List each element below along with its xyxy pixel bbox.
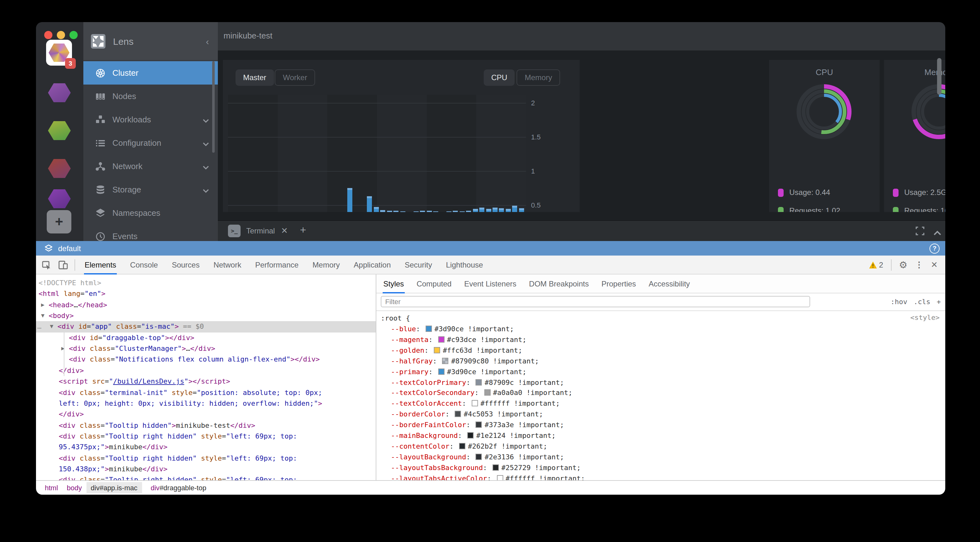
toggle-classes-button[interactable]: .cls [914,298,931,306]
dom-tree-row[interactable]: <div class="terminal-init" style="positi… [36,387,376,398]
color-swatch[interactable] [472,400,478,407]
color-swatch[interactable] [455,411,461,417]
cluster-icon[interactable] [48,188,71,209]
styles-filter-input[interactable]: Filter [381,296,810,307]
help-icon[interactable]: ? [929,243,940,254]
css-property-row[interactable]: --textColorAccent: #ffffff !important; [376,399,945,410]
metric-tab-cpu[interactable]: CPU [484,70,515,86]
dom-tree-row[interactable]: left: 0px; height: 0px; visibility: hidd… [36,398,376,409]
cluster-icon[interactable] [48,120,71,141]
color-swatch[interactable] [442,357,449,364]
sidebar-item-workloads[interactable]: Workloads [83,108,218,131]
dom-tree-row[interactable]: <div class="Tooltip hidden">minikube-tes… [36,420,376,431]
color-swatch[interactable] [467,432,474,439]
expanded-arrow-icon[interactable]: ▼ [50,322,53,333]
cluster-icon[interactable] [48,158,71,179]
devtools-tab-elements[interactable]: Elements [84,255,117,274]
dom-tree-row[interactable]: ▶<div class="ClusterManager">…</div> [36,343,376,354]
traffic-light-close[interactable] [44,31,52,39]
styles-tab-event-listeners[interactable]: Event Listeners [463,274,517,293]
dom-tree-row[interactable]: </div> [36,409,376,420]
devtools-tab-performance[interactable]: Performance [255,255,299,274]
traffic-light-zoom[interactable] [70,31,78,39]
css-property-row[interactable]: --contentColor: #262b2f !important; [376,442,945,452]
dom-tree-row[interactable]: <div class="Tooltip right hidden" style=… [36,453,376,464]
breadcrumb-item[interactable]: body [67,484,82,491]
css-property-row[interactable]: --mainBackground: #1e2124 !important; [376,431,945,442]
dom-tree-row[interactable]: </div> [36,365,376,376]
toggle-hover-state-button[interactable]: :hov [891,298,907,306]
devtools-tab-sources[interactable]: Sources [171,255,200,274]
close-devtools-icon[interactable]: ✕ [931,260,938,269]
color-swatch[interactable] [459,443,465,449]
device-toolbar-icon[interactable] [58,260,68,270]
color-swatch[interactable] [438,368,444,374]
css-property-row[interactable]: --layoutTabsBackground: #252729 !importa… [376,463,945,474]
terminal-collapse-icon[interactable] [933,227,942,239]
dom-tree-row[interactable]: 150.438px;">minikube</div> [36,464,376,475]
sidebar-item-network[interactable]: Network [83,155,218,178]
styles-tab-dom-breakpoints[interactable]: DOM Breakpoints [528,274,589,293]
terminal-close-icon[interactable]: ✕ [281,226,288,235]
css-property-row[interactable]: --layoutBackground: #2e3136 !important; [376,452,945,463]
color-swatch[interactable] [426,326,432,332]
sidebar-item-cluster[interactable]: Cluster [83,61,218,84]
styles-tab-accessibility[interactable]: Accessibility [648,274,690,293]
color-swatch[interactable] [476,422,482,428]
color-swatch[interactable] [476,379,482,385]
dom-tree-row[interactable]: <div class="Tooltip right hidden" style=… [36,431,376,442]
dom-tree-row[interactable]: <html lang="en"> [36,288,376,300]
dom-tree-row[interactable]: <div id="draggable-top"></div> [36,333,376,344]
more-options-icon[interactable]: ⋮ [915,260,923,269]
css-property-row[interactable]: --borderColor: #4c5053 !important; [376,409,945,420]
color-swatch[interactable] [434,347,440,353]
dom-tree-row[interactable]: ▶<head>…</head> [36,300,376,311]
cluster-icon[interactable]: 3 [46,40,72,66]
css-property-row[interactable]: --golden: #ffc63d !important; [376,346,945,357]
terminal-tab[interactable]: Terminal [246,227,275,235]
color-swatch[interactable] [496,475,503,480]
devtools-tab-application[interactable]: Application [353,255,391,274]
styles-tab-properties[interactable]: Properties [601,274,636,293]
sidebar-item-configuration[interactable]: Configuration [83,131,218,155]
dom-tree-row[interactable]: ▼<body> [36,311,376,322]
devtools-tab-security[interactable]: Security [404,255,433,274]
css-property-row[interactable]: --halfGray: #87909c80 !important; [376,356,945,367]
css-property-row[interactable]: --layoutTabsActiveColor: #ffffff !import… [376,474,945,480]
css-property-row[interactable]: --magenta: #c93dce !important; [376,335,945,346]
styles-tab-styles[interactable]: Styles [383,274,404,293]
color-swatch[interactable] [438,336,444,342]
color-swatch[interactable] [476,454,482,460]
sidebar-scrollbar[interactable] [212,61,215,153]
add-cluster-button[interactable]: + [47,210,72,233]
terminal-expand-icon[interactable] [916,227,924,238]
traffic-light-minimize[interactable] [57,31,65,39]
cluster-icon[interactable] [48,82,71,103]
devtools-tab-lighthouse[interactable]: Lighthouse [445,255,484,274]
css-property-row[interactable]: --blue: #3d90ce !important; [376,324,945,335]
inspect-element-icon[interactable] [42,260,52,270]
breadcrumb-item[interactable]: div#app.is-mac [86,482,142,493]
warning-badge[interactable]: 2 [869,260,883,269]
overview-scrollbar[interactable] [937,58,942,95]
dom-tree-row[interactable]: <!DOCTYPE html> [36,277,376,288]
dom-tree-row[interactable]: 95.4375px;">minikube</div> [36,442,376,453]
node-tab-worker[interactable]: Worker [275,70,315,86]
css-property-row[interactable]: --primary: #3d90ce !important; [376,367,945,378]
devtools-tab-network[interactable]: Network [213,255,242,274]
css-property-row[interactable]: --borderFaintColor: #373a3e !important; [376,420,945,431]
breadcrumb-item[interactable]: html [45,484,58,491]
sidebar-item-namespaces[interactable]: Namespaces [83,201,218,225]
color-swatch[interactable] [484,390,490,396]
sidebar-item-nodes[interactable]: Nodes [83,84,218,108]
css-property-row[interactable]: --textColorSecondary: #a0a0a0 !important… [376,388,945,399]
expanded-arrow-icon[interactable]: ▼ [41,311,45,322]
sidebar-collapse-button[interactable]: ‹ [206,36,209,46]
dom-tree-row[interactable]: <script src="/build/LensDev.js"></script… [36,376,376,387]
collapsed-arrow-icon[interactable]: ▶ [41,300,45,311]
breadcrumb-item[interactable]: div#draggable-top [151,484,206,491]
new-style-rule-button[interactable]: + [937,298,941,306]
row-actions-icon[interactable]: … [37,322,42,333]
devtools-tab-memory[interactable]: Memory [312,255,340,274]
metric-tab-memory[interactable]: Memory [517,70,560,86]
